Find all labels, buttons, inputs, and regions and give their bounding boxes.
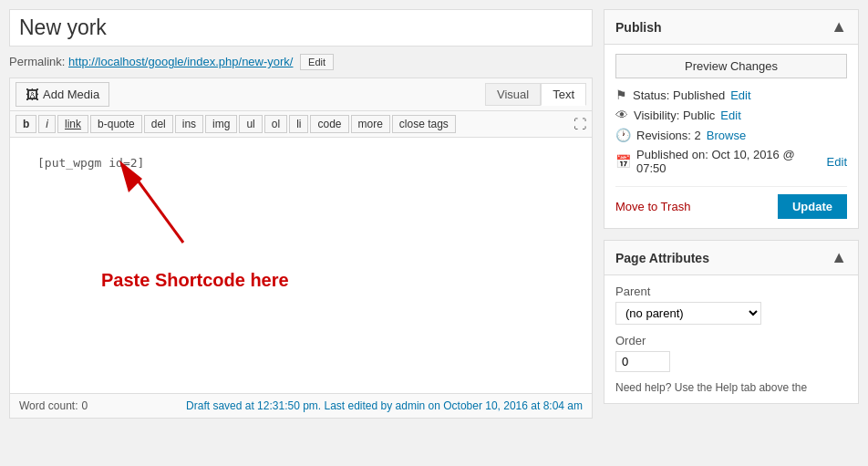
format-more-button[interactable]: more [351,115,390,133]
revisions-browse-link[interactable]: Browse [707,129,746,142]
published-edit-link[interactable]: Edit [827,155,847,169]
svg-marker-1 [119,161,142,192]
order-label: Order [615,334,847,347]
format-toolbar: b i link b-quote del ins img ul ol li co… [10,111,592,138]
preview-changes-button[interactable]: Preview Changes [615,54,847,78]
status-label: Status: Published [633,88,725,102]
format-b-button[interactable]: b [16,115,36,133]
format-ol-button[interactable]: ol [264,115,287,133]
help-text: Need help? Use the Help tab above the [615,381,847,394]
revisions-icon: 🕐 [615,128,631,142]
add-media-label: Add Media [43,88,99,101]
saved-info: Draft saved at 12:31:50 pm. Last edited … [186,399,583,412]
published-label: Published on: Oct 10, 2016 @ 07:50 [636,148,822,175]
editor-footer: Word count: 0 Draft saved at 12:31:50 pm… [10,393,592,418]
page-title-input[interactable] [9,9,593,47]
side-column: Publish ▲ Preview Changes ⚑ Status: Publ… [604,9,859,457]
status-row: ⚑ Status: Published Edit [615,88,847,102]
publish-actions: Move to Trash Update [615,186,847,219]
visibility-row: 👁 Visibility: Public Edit [615,108,847,122]
add-media-button[interactable]: 🖼 Add Media [16,82,109,107]
page-attributes-title: Page Attributes [615,251,709,265]
format-img-button[interactable]: img [205,115,237,133]
editor-box: 🖼 Add Media Visual Text b i link b-quote… [9,78,593,419]
revisions-label: Revisions: 2 [636,129,701,142]
permalink-edit-button[interactable]: Edit [300,54,334,70]
arrow-annotation: Paste Shortcode here [19,170,583,288]
attributes-collapse-icon[interactable]: ▲ [831,248,847,267]
permalink-label: Permalink: [9,55,65,68]
calendar-icon: 📅 [615,154,631,169]
tab-text[interactable]: Text [541,83,586,106]
publish-panel-body: Preview Changes ⚑ Status: Published Edit… [604,45,858,228]
parent-select[interactable]: (no parent) [615,302,761,325]
status-icon: ⚑ [615,88,627,102]
paste-shortcode-label: Paste Shortcode here [101,270,289,291]
expand-editor-button[interactable]: ⛶ [574,117,586,131]
editor-tabs: Visual Text [485,83,586,106]
format-link-button[interactable]: link [57,115,88,133]
format-ins-button[interactable]: ins [175,115,203,133]
tab-visual[interactable]: Visual [485,83,541,106]
published-row: 📅 Published on: Oct 10, 2016 @ 07:50 Edi… [615,148,847,175]
word-count-label: Word count: [19,399,78,412]
svg-line-0 [133,174,183,243]
format-i-button[interactable]: i [38,115,56,133]
arrow-svg [110,151,256,261]
revisions-row: 🕐 Revisions: 2 Browse [615,128,847,142]
order-input[interactable] [615,351,670,372]
format-closetags-button[interactable]: close tags [392,115,456,133]
format-del-button[interactable]: del [144,115,173,133]
page-attributes-body: Parent (no parent) Order Need help? Use … [604,275,858,403]
publish-collapse-icon[interactable]: ▲ [831,17,847,36]
visibility-label: Visibility: Public [634,109,715,122]
format-code-button[interactable]: code [310,115,348,133]
editor-toolbar-top: 🖼 Add Media Visual Text [10,78,592,111]
visibility-edit-link[interactable]: Edit [720,109,740,122]
format-bquote-button[interactable]: b-quote [90,115,142,133]
page-attributes-header: Page Attributes ▲ [604,241,858,275]
format-li-button[interactable]: li [289,115,308,133]
format-ul-button[interactable]: ul [239,115,262,133]
word-count-value: 0 [81,399,88,412]
publish-panel-header: Publish ▲ [604,10,858,45]
publish-panel-title: Publish [615,20,662,35]
update-button[interactable]: Update [778,194,847,219]
move-to-trash-link[interactable]: Move to Trash [615,200,690,213]
permalink-url[interactable]: http://localhost/google/index.php/new-yo… [68,55,293,68]
media-icon: 🖼 [26,87,39,102]
permalink-bar: Permalink: http://localhost/google/index… [9,54,593,70]
editor-content-area[interactable]: [put_wpgm id=2] Paste Shortcode here [10,138,592,393]
parent-label: Parent [615,285,847,298]
page-attributes-panel: Page Attributes ▲ Parent (no parent) Ord… [604,240,859,404]
status-edit-link[interactable]: Edit [730,88,750,102]
visibility-icon: 👁 [615,108,628,122]
main-editor-column: Permalink: http://localhost/google/index… [9,9,593,457]
publish-panel: Publish ▲ Preview Changes ⚑ Status: Publ… [604,9,859,229]
